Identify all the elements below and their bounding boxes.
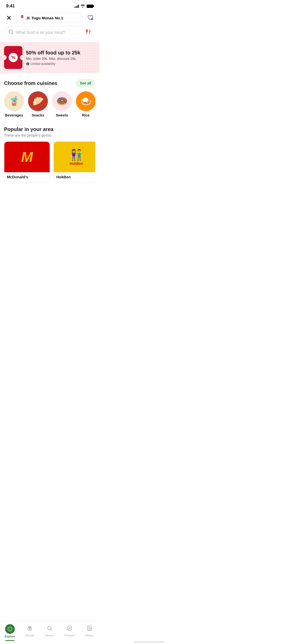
promo-banner[interactable]: % 50% off food up to 25k Min. order 20k.… xyxy=(0,42,99,73)
svg-text:i: i xyxy=(27,63,28,65)
cuisine-label-sweets: Sweets xyxy=(56,113,68,117)
cuisines-header: Choose from cuisines See all xyxy=(4,79,95,87)
promo-percent-icon: % xyxy=(9,53,18,62)
battery-icon xyxy=(87,5,93,8)
rice-icon: 🍛 xyxy=(76,91,95,111)
signal-bars-icon xyxy=(74,4,79,8)
status-bar: 9:41 xyxy=(0,0,99,11)
top-nav: Jl. Tugu Monas No.1 i xyxy=(0,11,99,25)
restaurant-cards: M McDonald's 👫 HokBen HokBen SOLA xyxy=(4,141,95,187)
restaurant-img-hokben: 👫 HokBen xyxy=(54,142,95,172)
restaurant-card-mcdonalds[interactable]: M McDonald's xyxy=(4,141,50,183)
location-pin-icon xyxy=(20,15,24,21)
svg-text:i: i xyxy=(91,18,92,20)
cuisine-item-snacks[interactable]: 🥟 Snacks xyxy=(28,91,48,117)
status-time: 9:41 xyxy=(6,4,15,9)
promo-warning-text: Limited availability xyxy=(31,62,55,66)
cuisine-item-rice[interactable]: 🍛 Rice xyxy=(76,91,95,117)
favorites-button[interactable]: i xyxy=(86,13,95,23)
restaurant-name-mcdonalds: McDonald's xyxy=(4,172,50,183)
see-all-button[interactable]: See all xyxy=(76,79,95,87)
popular-section: Popular in your area These are the peopl… xyxy=(0,122,99,189)
search-icon xyxy=(8,29,13,36)
promo-ticket: % xyxy=(4,46,22,69)
location-selector[interactable]: Jl. Tugu Monas No.1 xyxy=(16,13,83,23)
restaurant-name-hokben: HokBen xyxy=(54,172,95,183)
popular-title: Popular in your area xyxy=(4,126,95,132)
utensils-icon xyxy=(85,29,91,36)
cuisine-img-snacks: 🥟 xyxy=(28,91,48,111)
cuisine-grid: 🧋 Beverages 🥟 Snacks 🍩 Sweets 🍛 xyxy=(4,91,95,118)
cuisine-img-beverages: 🧋 xyxy=(4,91,24,111)
cuisine-img-sweets: 🍩 xyxy=(52,91,72,111)
search-placeholder: What food is on your mind? xyxy=(16,30,82,35)
cuisine-item-beverages[interactable]: 🧋 Beverages xyxy=(4,91,24,117)
cuisine-item-sweets[interactable]: 🍩 Sweets xyxy=(52,91,72,117)
cuisine-label-beverages: Beverages xyxy=(5,113,23,117)
dots-decoration xyxy=(79,42,99,73)
cuisine-label-snacks: Snacks xyxy=(32,113,44,117)
cuisines-section: Choose from cuisines See all 🧋 Beverages… xyxy=(0,77,99,122)
restaurant-card-hokben[interactable]: 👫 HokBen HokBen xyxy=(53,141,95,183)
beverages-icon: 🧋 xyxy=(4,91,24,111)
location-text: Jl. Tugu Monas No.1 xyxy=(26,16,63,20)
search-bar[interactable]: What food is on your mind? xyxy=(4,26,95,39)
wifi-icon xyxy=(80,4,85,8)
mcdonalds-logo: M xyxy=(21,150,33,164)
cuisine-label-rice: Rice xyxy=(82,113,90,117)
cuisine-img-rice: 🍛 xyxy=(76,91,95,111)
snacks-icon: 🥟 xyxy=(28,91,48,111)
status-icons xyxy=(74,4,93,8)
cuisines-title: Choose from cuisines xyxy=(4,80,57,86)
close-button[interactable] xyxy=(4,13,14,23)
restaurant-img-mcdonalds: M xyxy=(4,142,50,172)
popular-subtitle: These are the people's go-tos. xyxy=(4,133,95,137)
sweets-icon: 🍩 xyxy=(52,91,72,111)
hokben-logo: 👫 HokBen xyxy=(68,147,85,168)
